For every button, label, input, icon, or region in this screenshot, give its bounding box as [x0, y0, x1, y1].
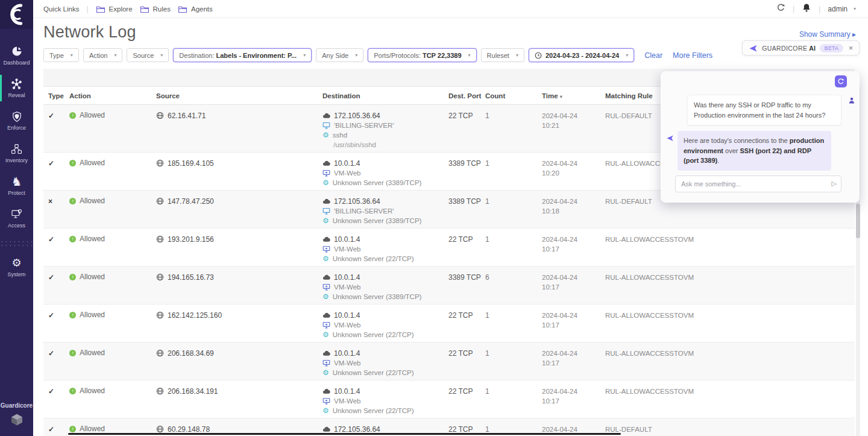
count-cell: 1 — [485, 111, 542, 150]
close-icon[interactable]: × — [849, 44, 853, 52]
filter-ports-protocols[interactable]: Ports/Protocols: TCP 22,3389 ▾ — [368, 48, 476, 62]
col-header-action[interactable]: Action — [69, 92, 156, 100]
scrollbar-thumb[interactable] — [856, 204, 860, 238]
ai-plane-icon — [666, 133, 674, 144]
col-header-dest-port[interactable]: Dest. Port — [448, 92, 485, 100]
dest-host-label: VM-Web — [334, 397, 361, 405]
sidebar-item-enforce[interactable]: Enforce — [0, 110, 33, 131]
sidebar-item-protect[interactable]: ♞ Protect — [0, 175, 33, 196]
dest-process-label: Unknown Server (22/TCP) — [333, 255, 414, 262]
source-cell: 185.169.4.105 — [156, 159, 322, 188]
type-mark: ✓ — [48, 425, 69, 436]
dest-host-label: VM-Web — [334, 359, 361, 367]
sidebar: Dashboard Reveal Enforce — [0, 0, 33, 436]
filter-bar: Type▾ Action▾ Source▾ Destination: Label… — [43, 48, 712, 62]
dest-host-icon — [322, 397, 330, 405]
user-menu[interactable]: admin ▾ — [828, 5, 856, 13]
time-cell: 2024-04-24 10:17 — [542, 311, 605, 340]
filter-label: 2024-04-23 - 2024-04-24 — [546, 52, 619, 59]
sidebar-item-inventory[interactable]: Inventory — [0, 142, 33, 163]
table-row[interactable]: ✓ ↑ Allowed 206.168.34.69 10.0.1.4 — [43, 343, 855, 381]
filter-action[interactable]: Action▾ — [83, 48, 123, 62]
sidebar-item-reveal[interactable]: Reveal — [0, 77, 33, 98]
table-row[interactable]: ✓ ↑ Allowed 193.201.9.156 10.0.1.4 — [43, 229, 855, 267]
source-cell: 206.168.34.69 — [156, 349, 322, 378]
filter-label: Destination: Labels - Environment: P... — [179, 52, 297, 59]
source-ip: 194.165.16.73 — [168, 273, 214, 282]
clear-filters-link[interactable]: Clear — [644, 51, 662, 60]
process-gear-icon: ⚙ — [322, 407, 329, 414]
cloud-icon — [322, 160, 330, 166]
refresh-button[interactable] — [776, 3, 785, 14]
destination-cell: 10.0.1.4 VM-Web ⚙ Unknown Server (3389/T… — [322, 159, 448, 188]
col-header-count[interactable]: Count — [485, 92, 542, 100]
time-cell: 2024-04-24 10:17 — [542, 273, 605, 302]
dest-process-line: ⚙ Unknown Server (22/TCP) — [322, 368, 448, 378]
col-header-time[interactable]: Time▾ — [542, 92, 605, 100]
source-ip: 185.169.4.105 — [168, 159, 214, 168]
cloud-icon — [322, 198, 330, 204]
filter-any-side[interactable]: Any Side▾ — [316, 48, 363, 62]
source-ip: 147.78.47.250 — [168, 197, 214, 206]
filter-date-range[interactable]: 2024-04-23 - 2024-04-24 ▾ — [529, 48, 634, 62]
col-header-source[interactable]: Source — [156, 92, 322, 100]
guardicore-ai-badge[interactable]: GUARDICORE AI BETA × — [742, 40, 860, 55]
sidebar-dotted-divider — [0, 240, 33, 248]
filter-ruleset[interactable]: Ruleset▾ — [481, 48, 524, 62]
sidebar-item-dashboard[interactable]: Dashboard — [0, 45, 33, 66]
nav-explore[interactable]: Explore — [96, 5, 133, 13]
dest-host-label: VM-Web — [334, 169, 361, 177]
source-cell: 206.168.34.191 — [156, 387, 322, 415]
restart-conversation-button[interactable] — [835, 75, 847, 87]
monitor-key-icon — [0, 207, 33, 221]
nav-rules[interactable]: Rules — [140, 5, 171, 13]
chevron-down-icon: ▾ — [355, 52, 357, 58]
dest-port-cell: 22 TCP — [448, 387, 485, 415]
dashboard-pie-icon — [0, 45, 33, 58]
guardicore-ai-panel: Was there any SSH or RDP traffic to my P… — [661, 71, 860, 203]
action-label: Allowed — [80, 273, 105, 281]
table-row[interactable]: ✓ ↑ Allowed 162.142.125.160 10.0.1.4 — [43, 305, 855, 343]
matching-rule-cell: RUL-ALLOWACCESSTOVM — [605, 235, 855, 264]
table-row[interactable]: ✓ ↑ Allowed 206.168.34.191 10.0.1.4 — [43, 381, 855, 419]
col-header-destination[interactable]: Destination — [322, 92, 448, 100]
time-date: 2024-04-24 — [542, 349, 605, 358]
notifications-button[interactable] — [802, 3, 811, 15]
guardicore-cube-icon — [10, 413, 24, 426]
filter-type[interactable]: Type▾ — [43, 48, 79, 62]
akamai-logo[interactable] — [0, 0, 33, 29]
filter-label: Action — [89, 52, 108, 59]
dest-host-icon — [322, 207, 330, 215]
dest-host-label: 'BILLING-SERVER' — [334, 122, 394, 129]
type-mark: ✓ — [48, 111, 69, 150]
sidebar-item-system[interactable]: ⚙ System — [0, 256, 33, 277]
destination-cell: 10.0.1.4 VM-Web ⚙ Unknown Server (22/TCP… — [322, 235, 448, 264]
more-filters-link[interactable]: More Filters — [673, 51, 712, 60]
dest-process-line: ⚙ Unknown Server (22/TCP) — [322, 330, 448, 340]
separator: | — [86, 5, 88, 13]
dest-process-line: ⚙ Unknown Server (3389/TCP) — [322, 292, 448, 302]
table-row[interactable]: ✓ ↑ Allowed 194.165.16.73 10.0.1.4 — [43, 267, 855, 305]
allowed-icon: ↑ — [69, 388, 76, 394]
action-label: Allowed — [80, 235, 105, 243]
dest-host-line: VM-Web — [322, 358, 448, 368]
dest-ip: 10.0.1.4 — [334, 273, 360, 282]
count-cell: 6 — [485, 273, 542, 302]
chevron-down-icon: ▾ — [160, 52, 163, 58]
nav-agents[interactable]: Agents — [178, 5, 213, 13]
filter-destination[interactable]: Destination: Labels - Environment: P... … — [173, 48, 312, 62]
user-avatar-icon — [848, 96, 855, 107]
ai-badge-brand: GUARDICORE — [762, 45, 807, 52]
ai-chat-input[interactable] — [675, 175, 841, 192]
source-ip: 206.168.34.69 — [168, 349, 214, 358]
sidebar-item-access[interactable]: Access — [0, 207, 33, 229]
col-header-type[interactable]: Type — [48, 92, 69, 100]
dest-ip: 10.0.1.4 — [334, 311, 360, 320]
send-icon[interactable]: ▷ — [832, 180, 837, 188]
time-date: 2024-04-24 — [542, 235, 605, 244]
dest-ip-line: 10.0.1.4 — [322, 311, 448, 320]
cloud-icon — [322, 426, 330, 432]
filter-source[interactable]: Source▾ — [127, 48, 169, 62]
show-summary-link[interactable]: Show Summary ▸ — [799, 30, 856, 39]
quick-links[interactable]: Quick Links — [43, 5, 79, 13]
